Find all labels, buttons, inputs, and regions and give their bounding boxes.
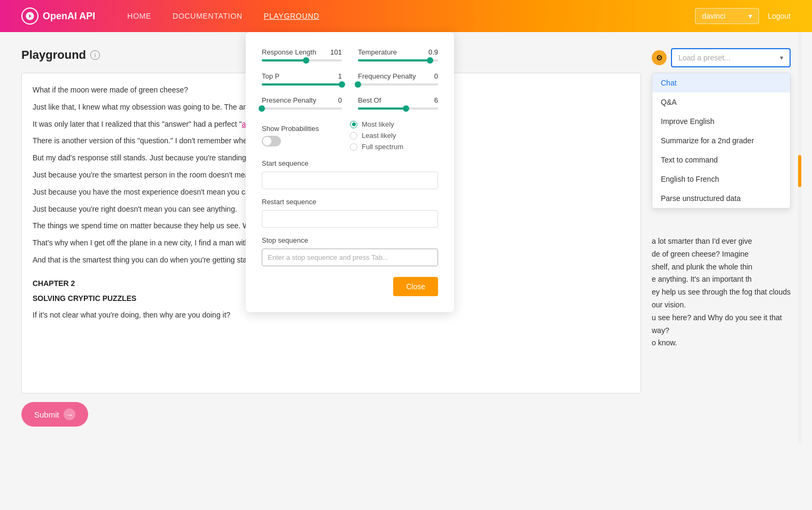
preset-item-summarize[interactable]: Summarize for a 2nd grader xyxy=(652,131,790,150)
settings-row-1: Response Length 101 Temperature 0.9 xyxy=(262,48,438,61)
preset-dropdown[interactable]: Load a preset... ▾ xyxy=(671,48,791,67)
text-para-2: It was only later that I realized that t… xyxy=(33,118,257,131)
settings-row-2: Top P 1 Frequency Penalty 0 xyxy=(262,72,438,86)
show-probabilities-row: Show Probabilities Most likely xyxy=(262,120,438,151)
preset-item-improve-english[interactable]: Improve English xyxy=(652,112,790,131)
response-length-thumb xyxy=(303,57,309,64)
radio-least-likely-circle xyxy=(350,132,357,140)
info-icon[interactable]: i xyxy=(90,50,100,60)
response-length-setting: Response Length 101 xyxy=(262,48,342,61)
presence-penalty-label: Presence Penalty xyxy=(262,96,316,104)
frequency-penalty-value: 0 xyxy=(434,72,438,80)
playground-title: Playground xyxy=(21,48,86,62)
chevron-down-icon: ▾ xyxy=(780,54,783,61)
restart-sequence-input[interactable] xyxy=(262,210,438,228)
scrollbar-thumb[interactable] xyxy=(798,155,801,187)
response-length-slider[interactable] xyxy=(262,59,342,61)
best-of-slider[interactable] xyxy=(358,107,438,110)
radio-most-likely-dot xyxy=(352,122,356,126)
modal-footer: Close xyxy=(262,277,438,296)
response-length-value: 101 xyxy=(330,48,342,56)
right-panel: ⚙ Load a preset... ▾ Chat Q&A Improve En… xyxy=(652,48,791,427)
best-of-setting: Best Of 6 xyxy=(358,96,438,110)
top-p-slider[interactable] xyxy=(262,83,342,86)
chevron-down-icon: ▾ xyxy=(748,12,752,20)
submit-arrow-icon: → xyxy=(64,408,75,420)
radio-most-likely-circle xyxy=(350,121,357,128)
preset-placeholder: Load a preset... xyxy=(678,53,730,62)
nav-playground[interactable]: PLAYGROUND xyxy=(264,12,319,20)
settings-modal: Response Length 101 Temperature 0.9 xyxy=(246,32,454,312)
temperature-label: Temperature xyxy=(358,48,397,56)
submit-button[interactable]: Submit → xyxy=(21,402,88,427)
response-length-fill xyxy=(262,59,306,61)
presence-penalty-setting: Presence Penalty 0 xyxy=(262,96,342,110)
logo: OpenAI API xyxy=(21,7,95,25)
text-para-4: But my dad's response still stands. Just… xyxy=(33,152,257,165)
toggle-thumb xyxy=(263,137,271,145)
header-right: davinci ▾ Logout xyxy=(695,8,791,24)
best-of-fill xyxy=(358,107,406,110)
preset-item-parse-data[interactable]: Parse unstructured data xyxy=(652,189,790,208)
stop-sequence-label: Stop sequence xyxy=(262,236,438,244)
temperature-setting: Temperature 0.9 xyxy=(358,48,438,61)
text-para-8: The things we spend time on matter becau… xyxy=(33,220,257,233)
model-selector[interactable]: davinci ▾ xyxy=(695,8,759,24)
preset-item-english-to-french[interactable]: English to French xyxy=(652,169,790,189)
preset-item-qa[interactable]: Q&A xyxy=(652,92,790,112)
start-sequence-input[interactable] xyxy=(262,172,438,189)
side-text: a lot smarter than I'd ever give de of g… xyxy=(652,235,791,350)
frequency-penalty-slider[interactable] xyxy=(358,83,438,86)
nav-home[interactable]: HOME xyxy=(127,12,151,20)
close-button[interactable]: Close xyxy=(393,277,438,296)
radio-group-setting: Most likely Least likely Full spectrum xyxy=(350,120,438,151)
probability-radio-group: Most likely Least likely Full spectrum xyxy=(350,120,438,151)
frequency-penalty-setting: Frequency Penalty 0 xyxy=(358,72,438,86)
presence-penalty-slider[interactable] xyxy=(262,107,342,110)
top-p-thumb xyxy=(339,81,345,88)
response-length-label: Response Length xyxy=(262,48,316,56)
temperature-thumb xyxy=(427,57,433,64)
settings-row-3: Presence Penalty 0 Best Of 6 xyxy=(262,96,438,110)
preset-item-text-to-command[interactable]: Text to command xyxy=(652,150,790,169)
text-para-3: There is another version of this "questi… xyxy=(33,135,257,148)
logout-button[interactable]: Logout xyxy=(768,12,791,20)
presence-penalty-value: 0 xyxy=(338,96,342,104)
best-of-label: Best Of xyxy=(358,96,381,104)
show-probabilities-label: Show Probabilities xyxy=(262,125,319,133)
top-p-setting: Top P 1 xyxy=(262,72,342,86)
radio-full-spectrum-circle xyxy=(350,143,357,151)
scrollbar-track[interactable] xyxy=(798,32,801,443)
top-p-fill xyxy=(262,83,342,86)
temperature-fill xyxy=(358,59,430,61)
text-para-1: Just like that, I knew what my obsession… xyxy=(33,101,257,114)
gear-icon[interactable]: ⚙ xyxy=(652,50,667,65)
show-prob-setting: Show Probabilities xyxy=(262,125,350,146)
restart-sequence-label: Restart sequence xyxy=(262,198,438,206)
radio-full-spectrum[interactable]: Full spectrum xyxy=(350,143,438,151)
radio-most-likely[interactable]: Most likely xyxy=(350,120,438,128)
preset-item-chat[interactable]: Chat xyxy=(652,73,790,92)
best-of-thumb xyxy=(403,105,409,112)
header: OpenAI API HOME DOCUMENTATION PLAYGROUND… xyxy=(0,0,812,32)
nav: HOME DOCUMENTATION PLAYGROUND xyxy=(127,12,695,20)
show-probabilities-toggle[interactable] xyxy=(262,136,281,146)
text-para-6: Just because you have the most experienc… xyxy=(33,186,257,199)
start-sequence-label: Start sequence xyxy=(262,159,438,167)
preset-menu: Chat Q&A Improve English Summarize for a… xyxy=(652,73,791,208)
top-p-label: Top P xyxy=(262,72,279,80)
temperature-value: 0.9 xyxy=(428,48,438,56)
presence-penalty-thumb xyxy=(259,105,265,112)
temperature-slider[interactable] xyxy=(358,59,438,61)
frequency-penalty-thumb xyxy=(355,81,361,88)
nav-docs[interactable]: DOCUMENTATION xyxy=(173,12,243,20)
main-content: Playground i What if the moon were made … xyxy=(0,32,812,443)
radio-least-likely[interactable]: Least likely xyxy=(350,132,438,140)
text-para-10: And that is the smartest thing you can d… xyxy=(33,254,257,267)
best-of-value: 6 xyxy=(434,96,438,104)
text-para-9: That's why when I get off the plane in a… xyxy=(33,237,257,250)
stop-sequence-input[interactable] xyxy=(262,249,438,266)
preset-row: ⚙ Load a preset... ▾ xyxy=(652,48,791,67)
logo-icon xyxy=(21,7,38,25)
text-para-5: Just because you're the smartest person … xyxy=(33,169,257,182)
